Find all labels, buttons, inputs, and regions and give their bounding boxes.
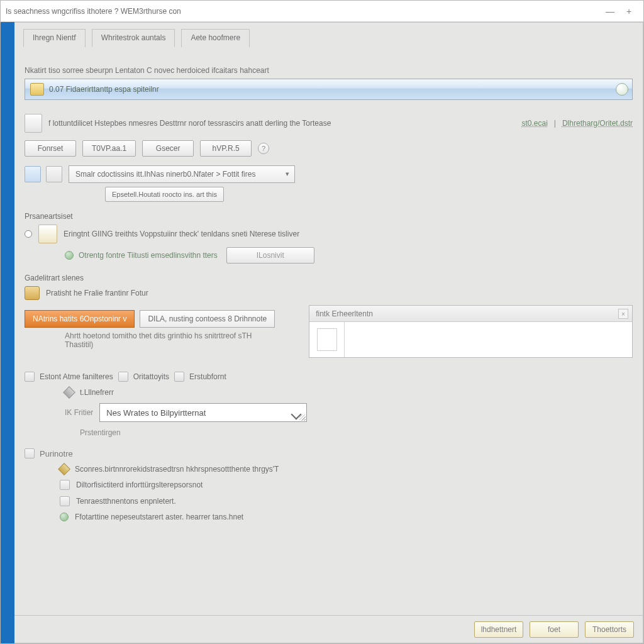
accent-sidebar — [1, 22, 14, 643]
footer-btn-2[interactable]: foet — [530, 621, 579, 638]
sub-icon-1 — [60, 480, 70, 490]
panel-close-icon[interactable]: × — [618, 309, 628, 319]
source-secondary[interactable]: Epsetell.Houtati roocto ins. art this — [105, 187, 224, 202]
link-icon-b — [118, 372, 128, 382]
warn-icon — [58, 463, 70, 475]
action-button-4[interactable]: hVP.R.5 — [200, 140, 252, 157]
view-icon-a[interactable] — [25, 166, 41, 182]
linkrow-b[interactable]: Oritattoyits — [133, 372, 169, 381]
linkrow-c[interactable]: Erstubfornt — [189, 372, 226, 381]
footer-btn-1[interactable]: lhdhettnert — [474, 621, 523, 638]
sub-icon-2 — [60, 496, 70, 506]
sub-icon-3 — [60, 513, 69, 521]
folder-icon — [30, 83, 44, 96]
maximize-button[interactable]: + — [619, 4, 638, 18]
folder-small-icon — [25, 286, 40, 300]
go-icon[interactable] — [616, 83, 628, 96]
tab-primary[interactable]: Ihregn Nientf — [23, 29, 86, 47]
path-bar[interactable]: 0.07 Fidaerirttanttp espa spiteilnr — [25, 79, 633, 100]
grad-desc: Ahrtt hoetond tomitho thet dits grinthio… — [65, 331, 266, 349]
action-button-1[interactable]: Fonrset — [25, 140, 76, 157]
preview-panel-header: fintk Erheerltentn × — [309, 306, 632, 322]
category-icon — [25, 448, 35, 458]
link-icon-a — [25, 372, 35, 382]
radio-parameters[interactable] — [25, 230, 32, 238]
window-title: Is seachness wngcrifiss ithotere ? WEM3r… — [6, 7, 181, 16]
endcat-line: Sconres.birtnnrorekidstrasedtrsn hkhrspn… — [75, 465, 279, 474]
path-label: Nkatirt tiso sorree sbeurpn Lentaton C n… — [25, 66, 633, 75]
endcat-s2: Tenraestthnentons enpnletert. — [76, 497, 176, 506]
footer: lhdhettnert foet Thoettorts — [14, 615, 643, 643]
notes-icon — [38, 225, 57, 243]
book-icon — [25, 114, 42, 133]
grad-line: Pratisht he Fralie frantinr Fotur — [46, 289, 148, 297]
toggle-a[interactable]: NAtrins hatits 6Onpstoninr v — [25, 310, 135, 328]
category-title: Purinotre — [40, 449, 73, 458]
kat-prefix: IK Fritier — [65, 408, 93, 417]
link-icon-c — [174, 372, 184, 382]
tab-strip: Ihregn Nientf Whritestrok auntals Aete h… — [14, 23, 643, 47]
param-button[interactable]: ILosnivit — [226, 247, 314, 264]
param-link[interactable]: Otrentg fontre Tiitusti emsedlinsvithn t… — [79, 251, 218, 260]
kat-l1: t.Lllnefrerr — [80, 388, 114, 397]
section-gradients-title: Gadelitrart slenes — [25, 274, 633, 282]
kat-dropdown[interactable]: Nes Wrates to Bilpyirtternat — [99, 403, 307, 422]
action-button-2[interactable]: T0VP.aa.1 — [82, 140, 136, 157]
app-window: Is seachness wngcrifiss ithotere ? WEM3r… — [0, 0, 644, 644]
endcat-s3: Ffotarttine nepeseutstarert aster. hearr… — [75, 513, 243, 521]
diamond-icon — [63, 386, 75, 399]
resize-grip-icon[interactable] — [299, 414, 306, 421]
info-link-2[interactable]: Dlhretharg/Oritet.dstr — [562, 119, 633, 128]
info-link-1[interactable]: st0.ecai — [521, 119, 547, 128]
kat-dropdown-value: Nes Wrates to Bilpyirtternat — [106, 408, 206, 418]
preview-panel: fintk Erheerltentn × — [309, 305, 633, 358]
source-combo[interactable]: Smalr cdoctissins itt.IhNas ninerb0.Nfat… — [69, 165, 295, 183]
linkrow-a[interactable]: Estont Atme fanilteres — [40, 372, 113, 381]
tab-tertiary[interactable]: Aete hoofmere — [181, 29, 250, 47]
help-icon[interactable]: ? — [258, 143, 269, 154]
kat-l2: Prstentirgen — [80, 428, 121, 437]
endcat-s1: Diltorfisictiterd inforttürgslterepsorsn… — [76, 480, 203, 489]
info-text: f lottuntdilicet Hstepbes nmesres Desttr… — [48, 119, 515, 128]
toggle-b[interactable]: DILA, nusting contoess 8 Drihnnote — [140, 310, 275, 328]
tab-secondary[interactable]: Whritestrok auntals — [92, 29, 175, 47]
action-button-3[interactable]: Gsecer — [142, 140, 194, 157]
titlebar: Is seachness wngcrifiss ithotere ? WEM3r… — [1, 1, 643, 22]
section-parameters-title: Prsaneartsiset — [25, 212, 633, 221]
view-icon-b[interactable] — [46, 166, 62, 182]
param-line: Eringtnt GIING treithts Voppstuiinr thec… — [64, 230, 299, 238]
minimize-button[interactable]: — — [601, 4, 619, 18]
preview-panel-title: fintk Erheerltentn — [316, 309, 373, 318]
footer-btn-3[interactable]: Thoettorts — [585, 621, 634, 638]
path-value: 0.07 Fidaerirttanttp espa spiteilnr — [49, 85, 159, 94]
preview-thumb — [309, 322, 345, 357]
globe-icon — [65, 251, 74, 260]
